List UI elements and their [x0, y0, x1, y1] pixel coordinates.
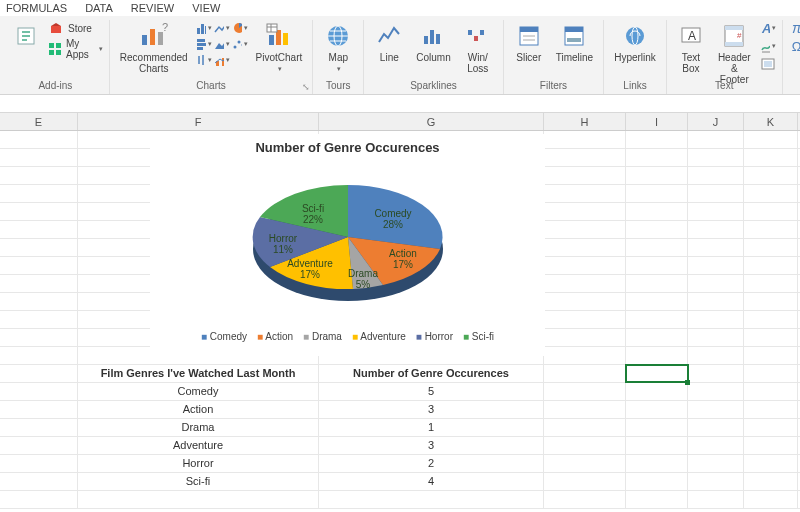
svg-rect-11 — [205, 26, 206, 34]
col-header-H[interactable]: H — [544, 113, 626, 130]
ribbon-tab-strip: FORMULAS DATA REVIEW VIEW — [0, 0, 800, 16]
charts-dialog-launcher[interactable]: ⤡ — [302, 82, 310, 92]
combo-chart-dropdown[interactable] — [214, 52, 230, 68]
table-row[interactable]: Sci-fi — [78, 473, 319, 490]
equation-button[interactable]: π Equation — [789, 20, 800, 36]
wordart-dropdown[interactable]: A — [760, 20, 776, 36]
table-row[interactable]: 5 — [319, 383, 544, 400]
group-sparklines: Line Column Win/ Loss Sparklines — [364, 20, 503, 94]
svg-rect-4 — [56, 50, 61, 55]
myapps-button[interactable]: My Apps — [48, 38, 103, 60]
object-button[interactable] — [760, 56, 776, 72]
tab-data[interactable]: DATA — [85, 2, 113, 14]
textbox-button[interactable]: A Text Box — [673, 20, 709, 76]
sparkline-line-button[interactable]: Line — [370, 20, 408, 65]
recommended-charts-button[interactable]: ? Recommended Charts — [116, 20, 192, 76]
svg-point-38 — [626, 27, 644, 45]
svg-rect-27 — [424, 36, 428, 44]
col-header-K[interactable]: K — [744, 113, 798, 130]
group-charts: ? Recommended Charts — [110, 20, 314, 94]
group-filters: Slicer Timeline Filters — [504, 20, 604, 94]
legend-drama: Drama — [303, 331, 342, 342]
legend-scifi: Sci-fi — [463, 331, 494, 342]
table-row[interactable]: 2 — [319, 455, 544, 472]
map-label: Map — [329, 52, 348, 63]
store-button[interactable]: Store — [48, 20, 103, 36]
table-row[interactable]: 3 — [319, 437, 544, 454]
headerfooter-icon: # — [719, 22, 749, 50]
hbar-chart-dropdown[interactable] — [196, 36, 212, 52]
slicer-button[interactable]: Slicer — [510, 20, 548, 65]
table-header-genres[interactable]: Film Genres I've Watched Last Month — [78, 365, 319, 382]
signature-dropdown[interactable] — [760, 38, 776, 54]
table-row[interactable]: 1 — [319, 419, 544, 436]
legend-adventure: Adventure — [352, 331, 406, 342]
svg-rect-5 — [142, 35, 147, 45]
embedded-pie-chart[interactable]: Number of Genre Occurences Come — [150, 134, 545, 356]
symbol-icon: Ω — [789, 38, 800, 54]
group-addins: Store My Apps Add-ins — [2, 20, 110, 94]
pivotchart-button[interactable]: PivotChart — [252, 20, 307, 75]
col-header-I[interactable]: I — [626, 113, 688, 130]
area-chart-dropdown[interactable] — [214, 36, 230, 52]
tab-formulas[interactable]: FORMULAS — [6, 2, 67, 14]
group-symbols: π Equation Ω Symbol Symbols — [783, 20, 800, 94]
myapps-icon — [48, 41, 62, 57]
ribbon: Store My Apps Add-ins ? Recommended Char… — [0, 16, 800, 95]
table-row[interactable]: 3 — [319, 401, 544, 418]
group-label-charts: Charts — [196, 78, 225, 94]
svg-text:A: A — [761, 21, 770, 35]
line-chart-dropdown[interactable] — [214, 20, 230, 36]
store-icon — [48, 20, 64, 36]
tab-review[interactable]: REVIEW — [131, 2, 174, 14]
table-header-count[interactable]: Number of Genre Occurences — [319, 365, 544, 382]
recent-addins-button[interactable] — [8, 20, 44, 52]
sparkline-winloss-button[interactable]: Win/ Loss — [459, 20, 497, 76]
slicer-label: Slicer — [516, 52, 541, 63]
hyperlink-icon — [620, 22, 650, 50]
timeline-button[interactable]: Timeline — [552, 20, 597, 65]
group-tours: Map Tours — [313, 20, 364, 94]
table-row[interactable]: Action — [78, 401, 319, 418]
slice-label-scifi: Sci-fi22% — [301, 203, 323, 225]
svg-point-18 — [241, 44, 242, 47]
col-header-E[interactable]: E — [0, 113, 78, 130]
chart-legend: Comedy Action Drama Adventure Horror Sci… — [150, 327, 545, 342]
pie-chart-svg: Comedy28% Action17% Drama5% Adventure17%… — [203, 157, 493, 327]
table-row[interactable]: 4 — [319, 473, 544, 490]
col-header-F[interactable]: F — [78, 113, 319, 130]
spreadsheet-grid[interactable]: Film Genres I've Watched Last Month Numb… — [0, 131, 800, 509]
map-button[interactable]: Map — [319, 20, 357, 75]
svg-point-16 — [233, 46, 236, 49]
hyperlink-button[interactable]: Hyperlink — [610, 20, 660, 65]
store-label: Store — [68, 23, 92, 34]
bar-chart-dropdown[interactable] — [196, 20, 212, 36]
col-header-J[interactable]: J — [688, 113, 744, 130]
symbol-button[interactable]: Ω Symbol — [789, 38, 800, 54]
group-label-filters: Filters — [540, 78, 567, 94]
pie-chart-dropdown[interactable] — [232, 20, 248, 36]
myapps-label: My Apps — [66, 38, 93, 60]
svg-rect-48 — [764, 61, 772, 67]
svg-rect-7 — [158, 32, 163, 45]
headerfooter-button[interactable]: # Header & Footer — [713, 20, 756, 87]
svg-text:A: A — [688, 29, 696, 43]
selected-cell[interactable] — [626, 365, 688, 382]
table-row[interactable]: Horror — [78, 455, 319, 472]
svg-rect-29 — [436, 34, 440, 44]
stock-chart-dropdown[interactable] — [196, 52, 212, 68]
svg-rect-34 — [520, 27, 538, 32]
chart-title: Number of Genre Occurences — [150, 134, 545, 157]
tab-view[interactable]: VIEW — [192, 2, 220, 14]
table-row[interactable]: Comedy — [78, 383, 319, 400]
svg-rect-23 — [283, 33, 288, 45]
sparkline-winloss-label: Win/ Loss — [467, 52, 488, 74]
svg-rect-1 — [49, 43, 54, 48]
table-row[interactable]: Drama — [78, 419, 319, 436]
svg-rect-44 — [725, 42, 743, 46]
scatter-chart-dropdown[interactable] — [232, 36, 248, 52]
svg-rect-21 — [269, 35, 274, 45]
sparkline-column-button[interactable]: Column — [412, 20, 454, 65]
table-row[interactable]: Adventure — [78, 437, 319, 454]
col-header-G[interactable]: G — [319, 113, 544, 130]
